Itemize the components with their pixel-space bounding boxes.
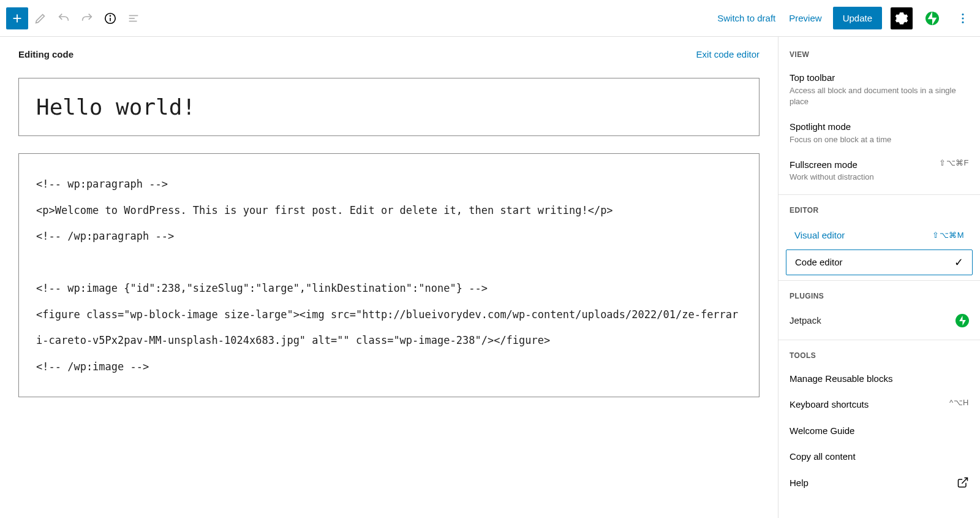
svg-point-12: [962, 21, 963, 23]
menu-label: Visual editor: [794, 230, 845, 240]
menu-label: Welcome Guide: [790, 424, 969, 438]
editor-title: Editing code: [18, 49, 74, 59]
fullscreen-mode-option[interactable]: Fullscreen mode Work without distraction…: [778, 152, 980, 189]
copy-all-content-option[interactable]: Copy all content: [778, 444, 980, 470]
menu-desc: Access all block and document tools in a…: [790, 85, 969, 109]
exit-code-editor-button[interactable]: Exit code editor: [696, 49, 760, 59]
menu-desc: Work without distraction: [790, 172, 874, 183]
external-link-icon: [957, 476, 969, 489]
svg-point-10: [962, 13, 963, 15]
top-toolbar-option[interactable]: Top toolbar Access all block and documen…: [778, 65, 980, 114]
code-editor-option[interactable]: Code editor ✓: [786, 249, 973, 275]
view-section-header: VIEW: [778, 44, 980, 65]
menu-label: Fullscreen mode: [790, 158, 874, 172]
keyboard-shortcuts-option[interactable]: Keyboard shortcuts ^⌥H: [778, 392, 980, 418]
undo-button[interactable]: [53, 7, 75, 29]
menu-label: Jetpack: [790, 315, 821, 326]
svg-marker-9: [932, 17, 937, 25]
shortcut-label: ^⌥H: [949, 398, 969, 407]
shortcut-label: ⇧⌥⌘F: [939, 158, 969, 167]
toolbar-left: [6, 7, 145, 29]
welcome-guide-option[interactable]: Welcome Guide: [778, 418, 980, 444]
toolbar-right: Switch to draft Preview Update: [715, 7, 974, 29]
menu-label: Copy all content: [790, 450, 969, 464]
update-button[interactable]: Update: [833, 7, 882, 29]
menu-desc: Focus on one block at a time: [790, 134, 969, 146]
main: Editing code Exit code editor Hello worl…: [0, 37, 980, 518]
svg-marker-8: [928, 12, 932, 19]
svg-point-11: [962, 17, 963, 19]
plugins-section-header: PLUGINS: [778, 286, 980, 307]
divider: [778, 194, 980, 195]
redo-button[interactable]: [76, 7, 98, 29]
switch-to-draft-button[interactable]: Switch to draft: [715, 9, 778, 27]
help-option[interactable]: Help: [778, 470, 980, 497]
jetpack-button[interactable]: [921, 7, 943, 29]
more-options-button[interactable]: [952, 7, 974, 29]
add-block-button[interactable]: [6, 7, 28, 29]
manage-reusable-blocks-option[interactable]: Manage Reusable blocks: [778, 366, 980, 392]
tools-section-header: TOOLS: [778, 345, 980, 366]
svg-line-15: [962, 478, 967, 483]
options-panel: VIEW Top toolbar Access all block and do…: [778, 37, 980, 518]
svg-point-4: [110, 15, 111, 16]
post-title-input[interactable]: Hello world!: [18, 78, 760, 136]
topbar: Switch to draft Preview Update: [0, 0, 980, 37]
visual-editor-option[interactable]: Visual editor ⇧⌥⌘M: [786, 224, 973, 246]
info-button[interactable]: [99, 7, 121, 29]
shortcut-label: ⇧⌥⌘M: [932, 230, 964, 240]
settings-button[interactable]: [891, 7, 913, 29]
editor-header: Editing code Exit code editor: [18, 49, 760, 59]
menu-label: Spotlight mode: [790, 120, 969, 134]
preview-button[interactable]: Preview: [786, 9, 824, 27]
menu-label: Code editor: [795, 257, 843, 267]
edit-button[interactable]: [29, 7, 51, 29]
svg-marker-14: [962, 320, 965, 326]
editor-area: Editing code Exit code editor Hello worl…: [0, 37, 778, 518]
outline-button[interactable]: [123, 7, 145, 29]
menu-label: Help: [790, 476, 809, 490]
spotlight-mode-option[interactable]: Spotlight mode Focus on one block at a t…: [778, 114, 980, 151]
divider: [778, 280, 980, 281]
check-icon: ✓: [954, 256, 963, 269]
code-editor-textarea[interactable]: <!-- wp:paragraph --> <p>Welcome to Word…: [18, 153, 760, 397]
menu-label: Top toolbar: [790, 71, 969, 85]
divider: [778, 340, 980, 340]
editor-section-header: EDITOR: [778, 200, 980, 221]
jetpack-icon: [956, 314, 969, 327]
svg-marker-13: [959, 316, 962, 321]
menu-label: Keyboard shortcuts: [790, 398, 869, 412]
menu-label: Manage Reusable blocks: [790, 372, 969, 386]
jetpack-plugin-option[interactable]: Jetpack: [778, 307, 980, 335]
